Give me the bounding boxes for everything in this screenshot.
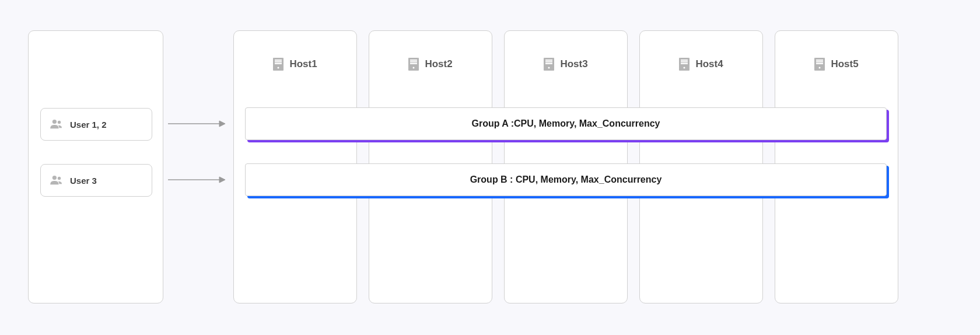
host-label-1: Host1 bbox=[289, 58, 317, 70]
host-label-3: Host3 bbox=[560, 58, 587, 70]
svg-marker-7 bbox=[219, 177, 225, 183]
group-b-bar: Group B : CPU, Memory, Max_Concurrency bbox=[245, 163, 887, 196]
host-header: Host5 bbox=[775, 58, 898, 71]
svg-rect-24 bbox=[681, 60, 688, 61]
svg-rect-10 bbox=[275, 61, 282, 62]
host-header: Host2 bbox=[369, 58, 492, 71]
host-header: Host1 bbox=[234, 58, 356, 71]
user-label-1: User 1, 2 bbox=[70, 120, 107, 130]
svg-point-1 bbox=[58, 121, 61, 124]
svg-rect-29 bbox=[816, 60, 823, 61]
host-header: Host4 bbox=[640, 58, 762, 71]
svg-point-17 bbox=[413, 67, 415, 69]
svg-point-12 bbox=[278, 67, 279, 69]
users-icon bbox=[50, 119, 63, 130]
svg-rect-21 bbox=[545, 63, 552, 64]
svg-point-32 bbox=[819, 67, 821, 69]
host-label-5: Host5 bbox=[831, 58, 858, 70]
svg-rect-11 bbox=[275, 63, 282, 64]
server-icon bbox=[273, 58, 284, 71]
svg-marker-5 bbox=[219, 121, 225, 127]
svg-point-22 bbox=[548, 67, 550, 69]
server-icon bbox=[814, 58, 825, 71]
group-a-label: Group A :CPU, Memory, Max_Concurrency bbox=[471, 118, 660, 129]
arrow-1 bbox=[168, 118, 226, 130]
svg-rect-31 bbox=[816, 63, 823, 64]
svg-rect-20 bbox=[545, 61, 552, 62]
server-icon bbox=[544, 58, 554, 71]
user-label-2: User 3 bbox=[70, 176, 97, 186]
svg-rect-25 bbox=[681, 61, 688, 62]
svg-rect-19 bbox=[545, 60, 552, 61]
svg-point-27 bbox=[684, 67, 685, 69]
svg-point-3 bbox=[58, 177, 61, 180]
svg-rect-14 bbox=[410, 60, 417, 61]
server-icon bbox=[408, 58, 419, 71]
group-b-label: Group B : CPU, Memory, Max_Concurrency bbox=[470, 175, 662, 185]
server-icon bbox=[679, 58, 690, 71]
svg-rect-15 bbox=[410, 61, 417, 62]
host-header: Host3 bbox=[505, 58, 627, 71]
svg-rect-26 bbox=[681, 63, 688, 64]
users-panel: User 1, 2 User 3 bbox=[28, 30, 163, 303]
users-icon bbox=[50, 175, 63, 186]
group-a-bar: Group A :CPU, Memory, Max_Concurrency bbox=[245, 107, 887, 140]
svg-point-0 bbox=[52, 120, 57, 124]
svg-point-2 bbox=[52, 176, 57, 180]
svg-rect-9 bbox=[275, 60, 282, 61]
host-label-2: Host2 bbox=[425, 58, 452, 70]
arrow-2 bbox=[168, 174, 226, 186]
user-box-1: User 1, 2 bbox=[40, 108, 152, 141]
user-box-2: User 3 bbox=[40, 164, 152, 197]
svg-rect-30 bbox=[816, 61, 823, 62]
svg-rect-16 bbox=[410, 63, 417, 64]
host-label-4: Host4 bbox=[695, 58, 723, 70]
